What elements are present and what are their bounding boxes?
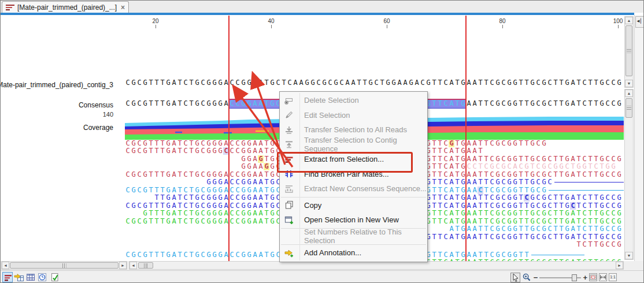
menu-item-label: Add Annotation... [304, 248, 361, 257]
read-row[interactable]: TCTTGCCG [576, 241, 622, 248]
menu-item-label: Delete Selection [304, 96, 359, 105]
view-alignment-button[interactable] [2, 272, 13, 282]
extract-consensus-icon [284, 184, 294, 193]
scrollbar-thumb[interactable] [10, 262, 119, 269]
selection-boundary-right [465, 16, 467, 261]
right-scroll-gutter [634, 15, 644, 261]
add-annotation-icon [284, 248, 294, 258]
paired-read-connector-line [531, 255, 584, 255]
menu-item-copy[interactable]: Copy [280, 198, 427, 213]
zoom-in-button[interactable]: + [583, 273, 587, 282]
scrollbar-thumb[interactable] [626, 25, 632, 76]
read-row[interactable]: ATGAATTCGCGGTTGCGCTTGATCTTGCCG [449, 225, 622, 233]
alignment-icon [6, 4, 14, 11]
menu-item-label: Copy [304, 201, 321, 210]
tab-mate-pair-contig[interactable]: [Mate-pair_trimmed_(paired)_...] × [2, 1, 129, 13]
menu-item-add-annotation[interactable]: Add Annotation... [280, 245, 427, 260]
view-history-button[interactable] [37, 272, 47, 282]
context-menu: Delete SelectionEdit SelectionTransfer S… [279, 91, 428, 262]
side-panel-collapse-button[interactable]: ◄▏ [635, 16, 644, 28]
transfer-contig-icon [284, 140, 294, 149]
menu-item-label: Open Selection in New View [304, 215, 399, 224]
menu-item-label: Transfer Selection to All Reads [304, 125, 407, 134]
scroll-right-icon[interactable]: ► [616, 262, 623, 269]
sequence-horizontal-scrollbar[interactable]: ◄ ► [129, 261, 624, 270]
open-new-view-icon [284, 215, 294, 225]
scroll-down-icon[interactable]: ▼ [625, 80, 633, 87]
edit-selection-icon [284, 110, 294, 120]
scroll-up-icon[interactable]: ▲ [625, 90, 633, 97]
tutorial-highlight-box [277, 152, 413, 173]
scroll-down-icon[interactable]: ▼ [625, 252, 633, 259]
menu-item-edit-selection[interactable]: Edit Selection [280, 108, 427, 123]
zoom-tool-icon[interactable] [522, 273, 532, 282]
menu-item-label: Set Numbers Relative to This Selection [304, 228, 427, 245]
zoom-controls: − + 1:1 [510, 272, 617, 282]
tab-title: [Mate-pair_trimmed_(paired)_...] [17, 3, 117, 12]
menu-item-label: Edit Selection [304, 111, 350, 120]
tab-bar: [Mate-pair_trimmed_(paired)_...] × [1, 1, 643, 13]
menu-item-transfer-selection-to-all-reads[interactable]: Transfer Selection to All Reads [280, 122, 427, 137]
fit-width-button[interactable] [599, 273, 607, 281]
scroll-right-icon[interactable]: ► [119, 262, 127, 269]
scroll-left-icon[interactable]: ◄ [2, 262, 9, 269]
menu-item-label: Extract New Consensus Sequence... [304, 184, 427, 193]
vertical-scrollbar-upper[interactable]: ▲ ▼ [624, 16, 634, 88]
menu-item-extract-new-consensus-sequence[interactable]: Extract New Consensus Sequence... [280, 181, 427, 196]
view-table-button[interactable] [25, 272, 36, 282]
vertical-scrollbar-reads[interactable]: ▲ ▼ [624, 89, 634, 260]
paired-read-connector-line [549, 190, 624, 191]
menu-separator [281, 197, 426, 198]
menu-item-transfer-selection-to-contig-sequence[interactable]: Transfer Selection to Contig Sequence [280, 137, 427, 152]
menu-item-delete-selection[interactable]: Delete Selection [280, 93, 427, 108]
view-element-info-button[interactable] [50, 272, 60, 282]
transfer-all-reads-icon [284, 125, 294, 135]
zoom-out-button[interactable]: − [534, 273, 538, 282]
clc-workbench-window: [Mate-pair_trimmed_(paired)_...] × 20406… [0, 0, 644, 283]
scrollbar-thumb[interactable] [138, 262, 153, 269]
menu-item-set-numbers-relative-to-this-selection[interactable]: Set Numbers Relative to This Selection [280, 229, 427, 244]
labels-horizontal-scrollbar[interactable]: ◄ ► [1, 261, 127, 270]
scrollbar-thumb[interactable] [626, 98, 632, 118]
zoom-slider[interactable] [539, 273, 581, 282]
menu-item-label: Transfer Selection to Contig Sequence [304, 136, 427, 153]
tab-close-icon[interactable]: × [120, 3, 125, 12]
reference-sequence-row[interactable]: CGCGTTTGATCTGCGGGACCGGAATGCTCAAGGCGCGCAA… [125, 79, 622, 87]
zoom-to-selection-button[interactable] [589, 273, 597, 281]
delete-selection-icon [284, 96, 294, 105]
view-annotation-table-button[interactable] [14, 272, 24, 282]
selection-boundary-left [228, 16, 230, 261]
zoom-100-button[interactable]: 1:1 [609, 273, 617, 281]
pointer-tool-button[interactable] [510, 273, 520, 282]
paired-read-connector-line [554, 182, 624, 183]
horizontal-scroll-row: ◄ ► ◄ ► [1, 261, 644, 270]
menu-item-open-selection-in-new-view[interactable]: Open Selection in New View [280, 213, 427, 228]
bottom-toolbar: − + 1:1 [1, 270, 644, 283]
zoom-slider-thumb[interactable] [572, 274, 577, 281]
copy-icon [284, 200, 294, 210]
scroll-up-icon[interactable]: ▲ [625, 17, 633, 24]
scroll-left-icon[interactable]: ◄ [129, 262, 137, 269]
